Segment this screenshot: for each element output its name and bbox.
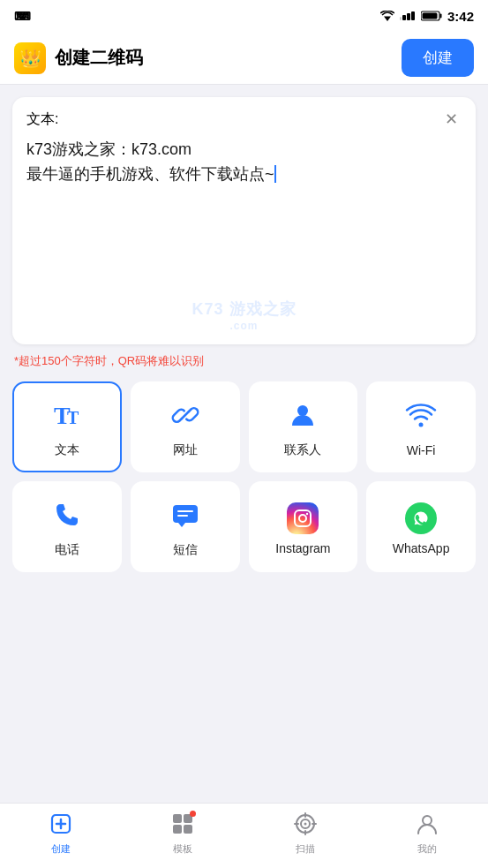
create-button[interactable]: 创建 (402, 39, 474, 77)
phone-type-icon (51, 499, 83, 535)
svg-rect-25 (184, 825, 192, 834)
whatsapp-type-label: WhatsApp (393, 541, 450, 555)
app-icon: 👑 (14, 42, 46, 74)
card-label: 文本: (26, 110, 58, 129)
main-content: 文本: ✕ k73游戏之家：k73.com 最牛逼的手机游戏、软件下载站点~ K… (0, 97, 488, 643)
status-icons: 3:42 (380, 9, 474, 24)
scan-nav-icon (294, 812, 317, 839)
create-nav-icon (49, 812, 72, 839)
warning-text: *超过150个字符时，QR码将难以识别 (14, 353, 474, 369)
sms-type-label: 短信 (173, 542, 198, 558)
url-type-icon (169, 399, 201, 435)
svg-rect-2 (407, 13, 410, 20)
keyboard-icon: ⌨ (14, 10, 31, 23)
nav-title: 创建二维码 (55, 46, 143, 70)
nav-left: 👑 创建二维码 (14, 42, 143, 74)
qr-type-contact[interactable]: 联系人 (249, 381, 358, 472)
svg-text:T: T (67, 408, 79, 427)
profile-nav-icon (416, 812, 439, 839)
watermark-sub: .com (191, 320, 296, 332)
whatsapp-type-icon (405, 502, 437, 534)
templates-nav-label: 模板 (173, 842, 192, 856)
svg-rect-6 (439, 14, 441, 19)
url-type-label: 网址 (173, 442, 198, 458)
nav-item-templates[interactable]: 模板 (122, 812, 244, 856)
instagram-type-icon (287, 502, 319, 534)
card-header: 文本: ✕ (26, 109, 462, 129)
svg-rect-1 (411, 11, 415, 20)
templates-dot (190, 811, 196, 817)
status-bar: ⌨ 3:42 (0, 0, 488, 32)
svg-rect-13 (173, 505, 198, 523)
create-nav-label: 创建 (51, 842, 71, 856)
svg-line-10 (182, 411, 189, 419)
svg-rect-3 (402, 15, 406, 20)
svg-point-11 (297, 405, 308, 416)
svg-rect-22 (173, 814, 182, 823)
svg-rect-16 (295, 510, 311, 526)
text-line2: 最牛逼的手机游戏、软件下载站点~ (26, 165, 274, 183)
instagram-type-label: Instagram (275, 541, 330, 555)
text-editor[interactable]: k73游戏之家：k73.com 最牛逼的手机游戏、软件下载站点~ (26, 138, 462, 261)
text-type-label: 文本 (55, 442, 79, 458)
text-cursor (274, 165, 276, 183)
battery-icon (421, 11, 442, 21)
qr-type-url[interactable]: 网址 (131, 381, 240, 472)
nav-item-create[interactable]: 创建 (0, 812, 122, 856)
templates-nav-icon (171, 812, 194, 839)
wifi-type-icon (405, 400, 437, 436)
svg-point-17 (299, 515, 306, 522)
contact-type-label: 联系人 (284, 442, 321, 458)
nav-item-profile[interactable]: 我的 (366, 812, 488, 856)
close-button[interactable]: ✕ (441, 109, 462, 129)
wifi-status-icon (380, 11, 394, 21)
svg-rect-4 (400, 17, 402, 20)
svg-rect-24 (173, 825, 182, 834)
time-display: 3:42 (447, 9, 474, 24)
wifi-type-label: Wi-Fi (407, 443, 436, 457)
contact-type-icon (287, 399, 319, 435)
svg-point-12 (419, 423, 424, 427)
qr-type-wifi[interactable]: Wi-Fi (366, 381, 476, 472)
qr-type-sms[interactable]: 短信 (131, 481, 240, 572)
qr-type-phone[interactable]: 电话 (12, 481, 122, 572)
profile-nav-label: 我的 (417, 842, 437, 856)
bottom-nav: 创建 模板 (0, 803, 488, 868)
phone-type-label: 电话 (55, 542, 79, 558)
qr-type-instagram[interactable]: Instagram (249, 481, 358, 572)
qr-type-text[interactable]: T T 文本 (12, 381, 122, 472)
qr-type-grid: T T 文本 网址 (12, 381, 476, 572)
text-input-card: 文本: ✕ k73游戏之家：k73.com 最牛逼的手机游戏、软件下载站点~ K… (12, 97, 476, 344)
svg-point-18 (306, 512, 308, 514)
svg-point-33 (423, 816, 432, 825)
nav-bar: 👑 创建二维码 创建 (0, 32, 488, 85)
nav-item-scan[interactable]: 扫描 (244, 812, 366, 856)
watermark: K73 游戏之家.com (191, 298, 296, 332)
svg-point-28 (304, 823, 306, 826)
text-type-icon: T T (51, 399, 83, 435)
sms-type-icon (169, 499, 201, 535)
watermark-text: K73 游戏之家 (191, 300, 296, 318)
text-line1: k73游戏之家：k73.com (26, 140, 191, 158)
qr-type-whatsapp[interactable]: WhatsApp (366, 481, 476, 572)
signal-icon (400, 11, 416, 21)
svg-rect-7 (422, 13, 437, 19)
svg-marker-0 (384, 17, 391, 22)
scan-nav-label: 扫描 (296, 842, 315, 856)
